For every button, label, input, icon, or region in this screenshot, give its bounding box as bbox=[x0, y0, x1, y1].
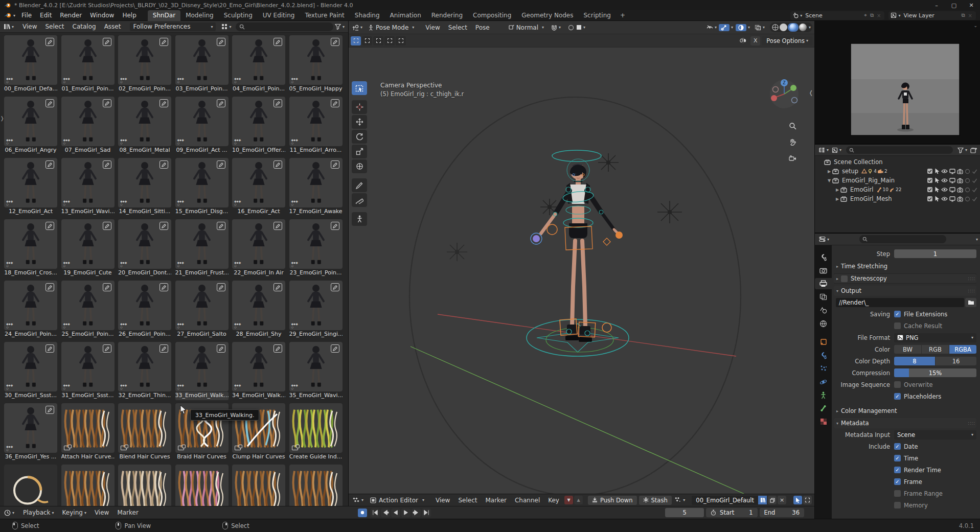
color-option-bw[interactable]: BW bbox=[894, 345, 921, 354]
workspace-tab-compositing[interactable]: Compositing bbox=[468, 10, 516, 21]
metadata-panel-header[interactable]: ▾Metadata :::: bbox=[834, 418, 976, 428]
asset-item[interactable] bbox=[232, 465, 285, 506]
asset-item[interactable]: ◆▪◆◇14_EmoGirl_Sitti... bbox=[118, 158, 171, 216]
edit-pose-icon[interactable] bbox=[217, 344, 225, 353]
asset-thumbnail[interactable]: ◆▪◆◇ bbox=[289, 342, 343, 391]
file-format-select[interactable]: PNG ▾ bbox=[894, 333, 976, 342]
asset-thumbnail[interactable] bbox=[289, 403, 343, 453]
asset-item[interactable]: ◆▪◆◇12_EmoGirl_Act bbox=[4, 158, 57, 216]
rotate-tool-button[interactable] bbox=[352, 130, 367, 144]
edit-pose-icon[interactable] bbox=[274, 344, 282, 353]
drag-handle-icon[interactable]: :::: bbox=[968, 421, 976, 426]
edit-pose-icon[interactable] bbox=[103, 222, 111, 230]
edit-pose-icon[interactable] bbox=[331, 222, 339, 230]
edit-pose-icon[interactable] bbox=[103, 160, 111, 169]
timeline-menu-view[interactable]: View bbox=[90, 508, 113, 517]
edit-pose-icon[interactable] bbox=[45, 283, 54, 291]
asset-thumbnail[interactable]: ◆▪◆◇ bbox=[175, 97, 229, 146]
mirror-x-icon[interactable] bbox=[739, 37, 747, 44]
properties-tab-texture[interactable] bbox=[815, 416, 832, 427]
cursor-tool-button[interactable] bbox=[352, 100, 367, 114]
gizmos-toggle[interactable] bbox=[719, 24, 730, 31]
stash-button[interactable]: Stash bbox=[639, 496, 672, 505]
color-management-panel-header[interactable]: ▸Color Management bbox=[834, 406, 976, 416]
unlink-action-button[interactable]: × bbox=[778, 496, 786, 504]
move-tool-button[interactable] bbox=[352, 115, 367, 129]
disable-viewports-icon[interactable] bbox=[949, 187, 955, 193]
asset-thumbnail[interactable] bbox=[118, 465, 171, 506]
asset-thumbnail[interactable] bbox=[118, 403, 171, 453]
edit-pose-icon[interactable] bbox=[103, 99, 111, 107]
asset-thumbnail[interactable]: ◆▪◆◇ bbox=[4, 35, 57, 85]
asset-item[interactable]: ◆▪◆◇11_EmoGirl_Arro... bbox=[289, 97, 343, 155]
asset-thumbnail[interactable]: ◆▪◆◇ bbox=[175, 342, 229, 391]
asset-thumbnail[interactable]: ◆▪◆◇ bbox=[289, 219, 343, 269]
asset-item[interactable]: ◆▪◆◇16_EmoGir_Act bbox=[232, 158, 285, 216]
workspace-tab-sculpting[interactable]: Sculpting bbox=[219, 10, 258, 21]
move-channel-up-button[interactable]: ▲ bbox=[574, 496, 583, 504]
topbar-menu-file[interactable]: File bbox=[17, 11, 36, 20]
asset-thumbnail[interactable]: ◆▪◆◇ bbox=[4, 342, 57, 391]
asset-thumbnail[interactable] bbox=[175, 465, 229, 506]
drag-handle-icon[interactable]: :::: bbox=[968, 289, 976, 293]
disable-renders-icon[interactable] bbox=[957, 196, 963, 202]
disable-viewports-icon[interactable] bbox=[949, 178, 955, 183]
properties-tab-object[interactable] bbox=[815, 336, 832, 348]
asset-item[interactable]: ◆▪◆◇25_EmoGirl_Poin... bbox=[61, 281, 115, 339]
properties-tab-scene[interactable] bbox=[815, 305, 832, 316]
snap-settings-button[interactable]: ▾ bbox=[549, 24, 563, 31]
shading-wireframe-button[interactable] bbox=[771, 24, 779, 31]
editor-type-button[interactable]: ▾ bbox=[2, 24, 15, 30]
color-option-rgba[interactable]: RGBA bbox=[949, 345, 976, 354]
box-select-mode-button[interactable] bbox=[803, 496, 812, 504]
asset-item[interactable]: Blend Hair Curves bbox=[118, 403, 171, 461]
asset-thumbnail[interactable]: ◆▪◆◇ bbox=[4, 281, 57, 330]
viewport-3d[interactable]: ▾ Pose Mode ▾ ViewSelectPose Normal ▾ ▾ … bbox=[349, 21, 814, 494]
add-workspace-button[interactable]: + bbox=[616, 12, 629, 19]
action-name-field[interactable]: 00_EmoGirl_Default bbox=[692, 496, 758, 505]
scene-selector[interactable]: ▾ Scene ⌖ ⧉ × bbox=[790, 11, 884, 20]
workspace-tab-geometry-nodes[interactable]: Geometry Nodes bbox=[516, 10, 578, 21]
jump-end-button[interactable] bbox=[422, 508, 431, 517]
prev-key-button[interactable] bbox=[381, 508, 390, 517]
asset-thumbnail[interactable]: ◆▪◆◇ bbox=[61, 97, 115, 146]
annotate-tool-button[interactable] bbox=[352, 178, 367, 192]
edit-pose-icon[interactable] bbox=[159, 283, 168, 291]
asset-thumbnail[interactable]: ◆▪◆◇ bbox=[4, 97, 57, 146]
edit-pose-icon[interactable] bbox=[103, 344, 111, 353]
new-scene-button[interactable]: ⧉ bbox=[869, 12, 875, 18]
asset-item[interactable]: ◆▪◆◇00_EmoGirl_Defa... bbox=[4, 35, 57, 94]
asset-thumbnail[interactable]: ◆▪◆◇ bbox=[175, 35, 229, 85]
properties-tab-particles[interactable] bbox=[815, 363, 832, 374]
scale-tool-button[interactable] bbox=[352, 145, 367, 158]
exclude-checkbox[interactable] bbox=[927, 187, 933, 193]
properties-tab-view-layer[interactable] bbox=[815, 291, 832, 303]
hide-viewport-icon[interactable] bbox=[941, 178, 948, 183]
outliner-row-setup[interactable]: ▶setup42 bbox=[815, 167, 980, 176]
workspace-tab-texture-paint[interactable]: Texture Paint bbox=[300, 10, 349, 21]
jump-start-button[interactable] bbox=[371, 508, 380, 517]
asset-thumbnail[interactable]: ◆▪◆◇ bbox=[289, 97, 343, 146]
asset-item[interactable]: ◆▪◆◇17_EmoGirl_Awake bbox=[289, 158, 343, 216]
holdout-icon[interactable] bbox=[965, 187, 970, 193]
asset-sidebar-toggle[interactable]: ❭ bbox=[0, 115, 4, 121]
disable-renders-icon[interactable] bbox=[957, 178, 963, 183]
asset-item[interactable]: Create Guide Ind... bbox=[289, 403, 343, 461]
asset-thumbnail[interactable]: ◆▪◆◇ bbox=[61, 158, 115, 207]
edit-pose-icon[interactable] bbox=[159, 160, 168, 169]
topbar-menu-edit[interactable]: Edit bbox=[36, 11, 56, 20]
select-mode-button-1[interactable] bbox=[362, 36, 372, 45]
edit-pose-icon[interactable] bbox=[103, 283, 111, 291]
asset-thumbnail[interactable]: ◆▪◆◇ bbox=[118, 342, 171, 391]
placeholders-checkbox[interactable]: ✓ bbox=[894, 393, 901, 400]
stereoscopy-checkbox[interactable] bbox=[841, 275, 848, 282]
duplicate-action-button[interactable] bbox=[768, 496, 777, 504]
outliner-row-scene-collection[interactable]: Scene Collection bbox=[815, 157, 980, 167]
mode-select[interactable]: Pose Mode ▾ bbox=[366, 24, 416, 32]
topbar-menu-render[interactable]: Render bbox=[56, 11, 86, 20]
asset-item[interactable]: ◆▪◆◇02_EmoGirl_Poin... bbox=[118, 35, 171, 94]
selectable-icon[interactable] bbox=[935, 177, 940, 183]
asset-item[interactable]: ◆▪◆◇07_EmoGirl_Sad bbox=[61, 97, 115, 155]
transform-tool-button[interactable] bbox=[352, 159, 367, 173]
edit-pose-icon[interactable] bbox=[45, 99, 54, 107]
